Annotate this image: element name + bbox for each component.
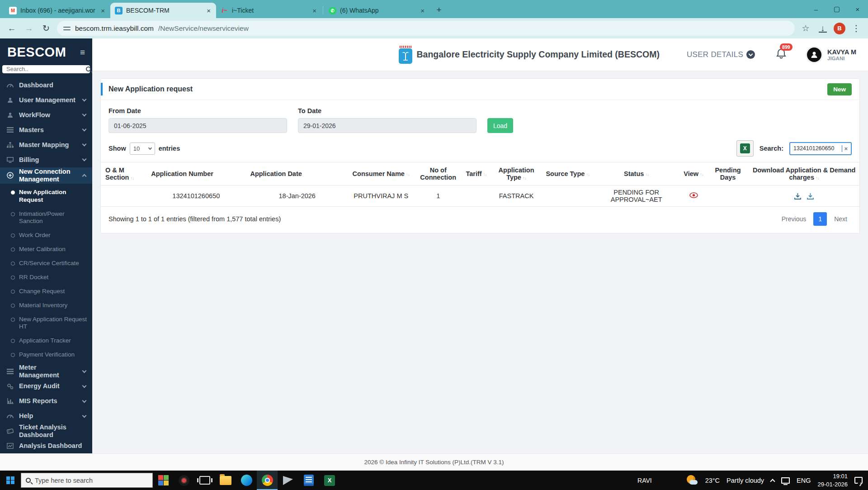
downloads-icon[interactable]: ↓ — [816, 24, 829, 33]
submenu-new-application-request[interactable]: New Application Request — [0, 186, 92, 207]
submenu-material-inventory[interactable]: Material Inventory — [0, 299, 92, 313]
forward-icon[interactable]: → — [23, 24, 35, 33]
browser-menu-icon[interactable]: ⋮ — [850, 23, 863, 33]
tab-close-icon[interactable]: × — [419, 7, 426, 14]
back-icon[interactable]: ← — [5, 24, 18, 33]
sidebar-search-input[interactable] — [6, 66, 86, 72]
sidebar-item-meter-management[interactable]: Meter Management — [0, 364, 92, 379]
file-explorer-icon[interactable] — [215, 471, 236, 490]
taskbar-search[interactable]: Type here to search — [21, 473, 153, 488]
sidebar-search[interactable] — [2, 65, 90, 73]
col-no-of-connection[interactable]: No of Connection — [413, 162, 463, 186]
table-search-input[interactable]: 1324101260650 × — [789, 142, 852, 155]
sidebar-item-ticket-analysis-dashboard[interactable]: Ticket Analysis Dashboard — [0, 423, 92, 438]
submenu-work-order[interactable]: Work Order — [0, 228, 92, 243]
submenu-payment-verification[interactable]: Payment Verification — [0, 348, 92, 362]
col-application-type[interactable]: Application Type↑↓ — [490, 162, 543, 186]
download-demand-charges-icon[interactable] — [807, 193, 814, 200]
notifications-button[interactable]: 899 — [776, 48, 787, 62]
reload-icon[interactable]: ↻ — [40, 23, 52, 33]
load-button[interactable]: Load — [487, 118, 513, 133]
edge-app-icon[interactable] — [236, 471, 257, 490]
submenu-meter-calibration[interactable]: Meter Calibration — [0, 243, 92, 257]
submenu-intimation-power-sanction[interactable]: Intimation/Power Sanction — [0, 207, 92, 229]
col-status[interactable]: Status↑↓ — [593, 162, 680, 186]
col-consumer-name[interactable]: Consumer Name↑↓ — [349, 162, 413, 186]
language-indicator[interactable]: ENG — [797, 477, 811, 484]
export-excel-button[interactable]: X — [736, 140, 754, 157]
tab-whatsapp[interactable]: ✆ (6) WhatsApp × — [324, 3, 430, 18]
col-application-date[interactable]: Application Date — [245, 162, 349, 186]
clear-search-icon[interactable]: × — [844, 145, 848, 152]
sidebar-item-master-mapping[interactable]: Master Mapping — [0, 138, 92, 152]
sidebar-item-billing[interactable]: Billing — [0, 152, 92, 167]
clock[interactable]: 19:01 29-01-2026 — [818, 472, 848, 488]
sidebar-item-mis-reports[interactable]: MIS Reports — [0, 394, 92, 409]
submenu-new-application-request-ht[interactable]: New Application Request HT — [0, 313, 92, 334]
tab-close-icon[interactable]: × — [99, 7, 107, 14]
chrome-app-icon[interactable] — [257, 471, 278, 490]
maximize-button[interactable]: ▢ — [826, 0, 847, 18]
tab-iticket[interactable]: i~ i~Ticket × — [216, 3, 322, 18]
sidebar-item-masters[interactable]: Masters — [0, 123, 92, 138]
excel-app-icon[interactable]: X — [319, 471, 340, 490]
col-pending-days[interactable]: Pending Days — [707, 162, 749, 186]
tab-gmail[interactable]: M Inbox (696) - aeejigani.works20 × — [5, 3, 110, 18]
hamburger-icon[interactable]: ≡ — [80, 48, 85, 57]
from-date-input[interactable]: 01-06-2025 — [108, 118, 287, 133]
sidebar-item-analysis-dashboard[interactable]: Analysis Dashboard — [0, 438, 92, 453]
submenu-rr-docket[interactable]: RR Docket — [0, 271, 92, 285]
user-details-dropdown[interactable]: USER DETAILS — [687, 50, 755, 59]
tab-close-icon[interactable]: × — [205, 7, 212, 14]
previous-page-button[interactable]: Previous — [777, 213, 811, 225]
next-page-button[interactable]: Next — [830, 213, 852, 225]
col-download[interactable]: Download Application & Demand charges↑↓ — [749, 162, 859, 186]
tab-close-icon[interactable]: × — [311, 7, 318, 14]
tray-expand-icon[interactable] — [770, 479, 775, 484]
submenu-application-tracker[interactable]: Application Tracker — [0, 334, 92, 348]
bookmark-star-icon[interactable]: ☆ — [799, 23, 812, 33]
task-view-button[interactable] — [194, 471, 215, 490]
browser-toolbar: ← → ↻ bescom.trm.ieasybill.com/NewServic… — [0, 18, 868, 38]
page-number-button[interactable]: 1 — [813, 212, 827, 226]
sort-icon: ↑↓ — [483, 172, 487, 177]
chevron-down-icon — [82, 383, 87, 388]
entries-label: entries — [159, 145, 180, 152]
user-profile[interactable]: KAVYA M JIGANI — [806, 46, 856, 63]
minimize-button[interactable]: – — [806, 0, 826, 18]
sidebar-item-workflow[interactable]: WorkFlow — [0, 108, 92, 123]
site-info-icon[interactable] — [63, 25, 71, 32]
close-button[interactable]: × — [847, 0, 868, 18]
sidebar-item-help[interactable]: Help — [0, 409, 92, 423]
submenu-change-request[interactable]: Change Request — [0, 285, 92, 299]
browser-profile-avatar[interactable]: B — [834, 23, 845, 34]
col-application-number[interactable]: Application Number — [146, 162, 245, 186]
new-button[interactable]: New — [827, 83, 852, 95]
page-body: New Application request New From Date 01… — [92, 71, 868, 453]
action-center-icon[interactable] — [854, 477, 863, 484]
opera-app-icon[interactable] — [174, 471, 194, 490]
start-button[interactable] — [0, 476, 21, 485]
entries-select[interactable]: 10 — [130, 143, 155, 155]
network-icon[interactable] — [781, 477, 790, 484]
col-om-section[interactable]: O & M Section↑↓ — [101, 162, 146, 186]
submenu-cr-service-certificate[interactable]: CR/Service Certificate — [0, 257, 92, 271]
sidebar-item-new-connection-management[interactable]: New Connection Management — [0, 167, 92, 184]
new-tab-button[interactable]: + — [433, 4, 445, 16]
chevron-down-icon — [82, 398, 87, 403]
notepad-app-icon[interactable] — [298, 471, 319, 490]
col-source-type[interactable]: Source Type↑↓ — [543, 162, 593, 186]
col-view[interactable]: View↑↓ — [680, 162, 707, 186]
to-date-input[interactable]: 29-01-2026 — [298, 118, 476, 133]
sidebar-item-energy-audit[interactable]: Energy Audit — [0, 379, 92, 394]
search-icon — [86, 67, 91, 71]
sidebar-item-dashboard[interactable]: Dashboard — [0, 78, 92, 93]
tab-bescom-trm[interactable]: B BESCOM-TRM × — [110, 3, 216, 18]
view-eye-icon[interactable] — [689, 192, 698, 198]
paper-plane-app-icon[interactable] — [278, 471, 298, 490]
photos-app-icon[interactable] — [153, 471, 174, 490]
address-bar[interactable]: bescom.trm.ieasybill.com/NewService/news… — [57, 21, 795, 36]
download-application-icon[interactable] — [794, 193, 801, 200]
col-tariff[interactable]: Tariff↑↓ — [463, 162, 490, 186]
sidebar-item-user-management[interactable]: User Management — [0, 93, 92, 108]
